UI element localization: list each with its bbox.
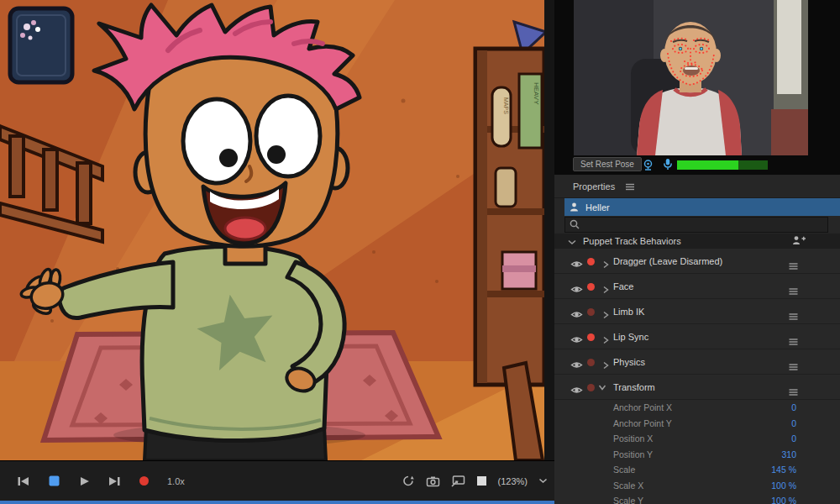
property-value[interactable]: 145 % — [771, 465, 796, 475]
behavior-list: Dragger (Leave Disarmed) Face Limb IK — [554, 249, 840, 400]
properties-title: Properties — [573, 181, 615, 192]
property-label: Position X — [613, 433, 653, 444]
behavior-row-limb-ik[interactable]: Limb IK — [554, 299, 840, 324]
microphone-toggle-icon[interactable] — [663, 158, 673, 174]
eye-visibility-icon[interactable] — [570, 333, 583, 348]
puppet-person-icon — [570, 200, 579, 215]
behavior-row-dragger[interactable]: Dragger (Leave Disarmed) — [554, 249, 840, 274]
section-chevron-down-icon[interactable] — [568, 234, 576, 249]
property-row: Scale X 100 % — [554, 478, 840, 494]
property-row: Position Y 310 — [554, 447, 840, 463]
behavior-name: Lip Sync — [613, 332, 648, 342]
property-row: Anchor Point X 0 — [554, 400, 840, 416]
properties-header: Properties — [554, 175, 840, 198]
webcam-feed — [574, 0, 808, 155]
webcam-toggle-icon[interactable] — [642, 159, 654, 174]
panel-divider — [544, 0, 554, 504]
eye-visibility-icon[interactable] — [570, 383, 583, 398]
row-menu-icon[interactable] — [789, 333, 798, 349]
arm-dot-icon[interactable] — [587, 333, 595, 341]
camera-panel: Set Rest Pose — [554, 0, 840, 175]
puppet-name: Heller — [585, 202, 610, 213]
property-value[interactable]: 0 — [791, 433, 796, 444]
behavior-row-physics[interactable]: Physics — [554, 349, 840, 375]
scroll — [492, 87, 511, 146]
snapshot-camera-icon[interactable] — [426, 475, 440, 487]
property-row: Position X 0 — [554, 431, 840, 447]
arm-dot-icon[interactable] — [587, 283, 595, 291]
zoom-level[interactable]: (123%) — [498, 476, 528, 486]
chevron-right-icon[interactable] — [601, 257, 610, 272]
eye-visibility-icon[interactable] — [570, 358, 583, 373]
behavior-row-face[interactable]: Face — [554, 274, 840, 299]
property-label: Anchor Point Y — [613, 418, 672, 428]
arm-dot-icon[interactable] — [587, 384, 595, 391]
property-label: Position Y — [613, 449, 653, 459]
property-label: Scale X — [613, 480, 643, 491]
record-icon[interactable] — [139, 475, 150, 486]
stop-icon[interactable] — [48, 475, 60, 487]
arm-dot-icon[interactable] — [587, 258, 595, 265]
row-menu-icon[interactable] — [789, 308, 798, 323]
behavior-name: Face — [613, 281, 633, 291]
chevron-expand-icon[interactable] — [595, 383, 610, 391]
scroll-label: MAPS — [503, 97, 509, 114]
eye-visibility-icon[interactable] — [570, 307, 583, 323]
next-frame-icon[interactable] — [108, 475, 121, 487]
scene-viewport[interactable]: MAPS HEAVY — [0, 0, 544, 460]
eye-visibility-icon[interactable] — [570, 282, 583, 297]
row-menu-icon[interactable] — [789, 258, 798, 273]
property-value[interactable]: 310 — [781, 449, 796, 459]
add-behavior-person-plus-icon[interactable] — [792, 234, 806, 249]
chevron-right-icon[interactable] — [601, 307, 610, 323]
property-value[interactable]: 100 % — [771, 496, 796, 504]
book-label: HEAVY — [533, 82, 540, 105]
transport-bar: 1.0x (123%) — [0, 460, 554, 501]
zoom-chevron-down-icon[interactable] — [538, 478, 548, 484]
row-menu-icon[interactable] — [789, 283, 798, 298]
playback-speed[interactable]: 1.0x — [167, 476, 185, 486]
row-menu-icon[interactable] — [789, 384, 798, 399]
property-row: Scale 145 % — [554, 462, 840, 478]
loop-playback-icon[interactable] — [402, 475, 415, 487]
play-icon[interactable] — [78, 475, 90, 487]
behavior-row-lip-sync[interactable]: Lip Sync — [554, 324, 840, 349]
set-rest-pose-button[interactable]: Set Rest Pose — [573, 157, 642, 171]
bookshelf: MAPS HEAVY — [475, 49, 544, 385]
solid-square-icon[interactable] — [476, 475, 487, 486]
properties-panel: Properties Heller Puppet Track Behaviors — [554, 175, 840, 504]
behavior-row-transform[interactable]: Transform — [554, 375, 840, 400]
transform-properties: Anchor Point X 0 Anchor Point Y 0 Positi… — [554, 400, 840, 504]
property-row: Anchor Point Y 0 — [554, 416, 840, 432]
property-value[interactable]: 0 — [791, 418, 796, 428]
chevron-right-icon[interactable] — [601, 282, 610, 297]
search-magnifier-icon — [570, 218, 580, 233]
behavior-name: Transform — [613, 382, 655, 392]
property-label: Scale Y — [613, 496, 643, 504]
behavior-name: Dragger (Leave Disarmed) — [613, 256, 722, 266]
scene-artwork: MAPS HEAVY — [0, 0, 544, 460]
arm-dot-icon[interactable] — [587, 359, 595, 366]
selected-puppet-row[interactable]: Heller — [564, 198, 840, 216]
panel-menu-icon[interactable] — [625, 179, 635, 194]
row-menu-icon[interactable] — [789, 359, 798, 374]
send-to-device-icon[interactable] — [451, 475, 465, 487]
window — [10, 8, 72, 82]
section-puppet-track-behaviors[interactable]: Puppet Track Behaviors — [554, 234, 840, 249]
chevron-right-icon[interactable] — [601, 358, 610, 373]
property-value[interactable]: 100 % — [771, 480, 796, 491]
arm-dot-icon[interactable] — [587, 308, 595, 316]
property-row: Scale Y 100 % — [554, 493, 840, 504]
search-input[interactable] — [584, 220, 811, 230]
section-title: Puppet Track Behaviors — [583, 236, 681, 246]
property-label: Scale — [613, 465, 635, 475]
camera-controls: Set Rest Pose — [554, 156, 840, 175]
behavior-name: Physics — [613, 357, 645, 367]
behavior-name: Limb IK — [613, 307, 644, 317]
search-box — [564, 217, 828, 233]
property-value[interactable]: 0 — [791, 402, 796, 412]
character-animator-window: MAPS HEAVY — [0, 0, 840, 504]
previous-frame-icon[interactable] — [17, 475, 30, 487]
eye-visibility-icon[interactable] — [570, 257, 583, 272]
chevron-right-icon[interactable] — [601, 333, 610, 348]
